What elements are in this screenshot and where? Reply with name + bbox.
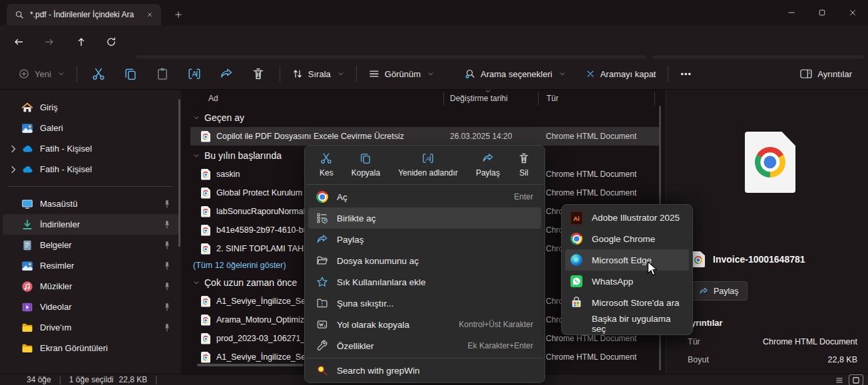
submenu-item-google-chrome[interactable]: Google Chrome [565, 228, 689, 249]
share-icon [220, 67, 233, 80]
column-header-type[interactable]: Tür [546, 94, 558, 103]
toolbar-divider [280, 66, 280, 82]
sidebar-item-ekran-g-r-nt-leri[interactable]: Ekran Görüntüleri [3, 338, 178, 358]
chevron-right-icon[interactable] [8, 164, 19, 175]
sidebar-item-label: Videolar [40, 302, 162, 312]
sidebar-item-label: İndirilenler [40, 219, 162, 229]
zip-icon [316, 297, 328, 309]
sidebar-item-drive-m[interactable]: Drive'ım [3, 317, 178, 338]
copy-button[interactable] [114, 63, 146, 85]
submenu-item-label: Microsoft Edge [592, 255, 652, 265]
menu-item-dosya-konumunu-a[interactable]: Dosya konumunu aç [308, 250, 541, 271]
refresh-button[interactable] [101, 31, 122, 53]
forward-button[interactable] [39, 31, 60, 53]
sidebar-divider [8, 186, 173, 187]
submenu-item-microsoft-edge[interactable]: Microsoft Edge [565, 249, 689, 271]
sidebar-item-fatih-ki-isel[interactable]: Fatih - Kişisel [3, 159, 178, 180]
chrome-doc-icon [201, 131, 210, 142]
menu-item-a[interactable]: AçEnter [308, 186, 541, 207]
sidebar-item-belgeler[interactable]: Belgeler [3, 235, 178, 255]
file-name: saskin [216, 170, 240, 179]
chevron-spacer [8, 343, 19, 354]
chevron-spacer [8, 199, 19, 209]
file-row-copilot-ile-pdf-dosyas-n-excele-cevirme-cretsiz[interactable]: Copilot ile PDF Dosyasını Excele Cevirme… [190, 127, 660, 146]
sidebar-item-videolar[interactable]: Videolar [3, 297, 178, 317]
chrome-doc-icon [201, 352, 210, 363]
file-list-horizontal-scrollbar[interactable] [197, 364, 304, 366]
more-icon: ••• [680, 69, 692, 79]
context-kes-button[interactable]: Kes [317, 151, 336, 179]
sidebar-item-label: Fatih - Kişisel [40, 164, 178, 174]
chevron-spacer [8, 261, 19, 271]
menu-item-label: Şuna sıkıştır... [337, 299, 533, 309]
paste-button[interactable] [146, 63, 178, 85]
chrome-doc-icon [201, 225, 210, 236]
whatsapp-icon [570, 275, 582, 287]
cut-button[interactable] [83, 63, 114, 85]
submenu-item-label: Başka bir uygulama seç [592, 314, 684, 334]
share-button[interactable] [210, 63, 242, 85]
details-toggle-button[interactable]: Ayrıntılar [793, 63, 859, 85]
rename-button[interactable]: A [178, 63, 210, 85]
toolbar-divider [77, 66, 77, 82]
more-options-button[interactable]: ••• [674, 63, 698, 85]
cut-icon [92, 67, 105, 80]
menu-item-birlikte-a[interactable]: Birlikte aç [308, 207, 541, 229]
minimize-button[interactable] [776, 0, 807, 25]
list-view-button[interactable] [833, 375, 846, 385]
menu-item-search-with-grepwin[interactable]: Search with grepWin [308, 360, 541, 381]
maximize-button[interactable] [807, 0, 837, 25]
new-button[interactable]: Yeni [12, 63, 71, 85]
file-name: labSonucRaporuNormal_4 [216, 207, 314, 216]
chevron-right-icon[interactable] [8, 144, 19, 154]
grepwin-icon [316, 364, 328, 376]
up-button[interactable] [71, 31, 92, 53]
context-kopyala-button[interactable]: Kopyala [349, 151, 383, 179]
menu-item-s-k-kullan-lanlara-ekle[interactable]: Sık Kullanılanlara ekle [308, 271, 541, 293]
sidebar-item-m-zikler[interactable]: Müzikler [3, 276, 178, 297]
star-icon [316, 276, 328, 288]
context-sil-button[interactable]: Sil [515, 151, 533, 179]
close-button[interactable] [837, 0, 868, 25]
sidebar-item-fatih-ki-isel[interactable]: Fatih - Kişisel [3, 138, 178, 159]
pictures-icon [21, 260, 33, 272]
menu-item-zellikler[interactable]: ÖzelliklerEk Karakter+Enter [308, 335, 541, 356]
menu-item-payla[interactable]: Paylaş [308, 229, 541, 250]
sidebar-scrollbar[interactable] [178, 99, 180, 247]
menu-item-label: Search with grepWin [337, 366, 533, 376]
back-button[interactable] [8, 31, 29, 53]
menu-item-label: Yol olarak kopyala [337, 320, 448, 330]
column-header-name[interactable]: Ad [208, 94, 218, 103]
sidebar-item-giri[interactable]: Giriş [3, 97, 178, 118]
music-icon [21, 281, 33, 293]
submenu-item-adobe-illustrator-2025[interactable]: AiAdobe Illustrator 2025 [565, 207, 689, 228]
context-tool-label: Kes [320, 168, 333, 178]
sidebar-item-i-ndirilenler[interactable]: İndirilenler [3, 214, 178, 235]
sidebar-item-resimler[interactable]: Resimler [3, 255, 178, 276]
explorer-tab[interactable]: *.pdf - İndirilenler İçindeki Ara [7, 4, 161, 25]
context-yeniden-adland-r-button[interactable]: AYeniden adlandır [395, 151, 461, 179]
submenu-item-microsoft-store-da-ara[interactable]: Microsoft Store'da ara [565, 292, 689, 313]
search-options-button[interactable]: Arama seçenekleri [458, 63, 572, 85]
sort-button[interactable]: Sırala [286, 63, 351, 85]
file-type: Chrome HTML Document [546, 352, 660, 362]
tab-close-icon[interactable] [144, 9, 156, 21]
delete-button[interactable] [242, 63, 274, 85]
column-header-date[interactable]: Değiştirme tarihi [450, 94, 508, 103]
large-view-button[interactable] [849, 375, 863, 385]
view-button[interactable]: Görünüm [362, 63, 441, 85]
submenu-item-whatsapp[interactable]: WhatsApp [565, 271, 689, 292]
menu-item-yol-olarak-kopyala[interactable]: Yol olarak kopyalaKontrol+Üst Karakter [308, 314, 541, 335]
submenu-item-ba-ka-bir-uygulama-se[interactable]: Başka bir uygulama seç [565, 313, 689, 334]
menu-item-label: Paylaş [337, 235, 533, 245]
context-payla-button[interactable]: Paylaş [473, 151, 503, 179]
menu-item-una-s-k-t-r[interactable]: Şuna sıkıştır... [308, 293, 541, 314]
new-tab-button[interactable] [170, 7, 186, 23]
column-headers: Ad Değiştirme tarihi Tür [186, 90, 666, 107]
close-search-button[interactable]: Aramayı kapat [579, 63, 663, 85]
submenu-item-label: WhatsApp [592, 277, 633, 287]
details-share-button[interactable]: Paylaş [690, 281, 748, 301]
sidebar-item-galeri[interactable]: Galeri [3, 118, 178, 138]
sidebar-item-masa-st[interactable]: Masaüstü [3, 193, 178, 214]
group-header-ge-en-ay[interactable]: Geçen ay [190, 108, 660, 127]
